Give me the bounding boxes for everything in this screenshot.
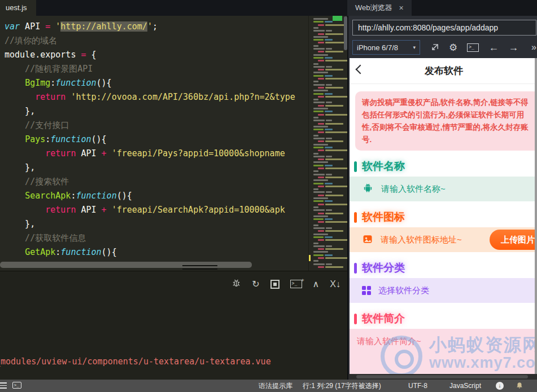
restart-icon[interactable]: ↻ (252, 280, 259, 289)
minimap-cursor-mark (309, 255, 311, 261)
code-line: }, (5, 161, 295, 175)
clear-console-icon[interactable]: X↓ (330, 280, 340, 289)
app-icon-placeholder: 请输入软件图标地址~ (381, 235, 462, 245)
url-input[interactable]: http://ahlly.com:8080/pages/app/addapp (352, 20, 536, 36)
code-line: BgImg:function(){ (5, 76, 295, 90)
console-output-line[interactable]: _modules/uview-ui/components/u-textarea/… (0, 354, 271, 369)
code-line: SearchApk:function(){ (5, 189, 295, 203)
status-bar: >_ 语法提示库 行:1 列:29 (17字符被选择) UTF-8 JavaSc… (0, 380, 537, 392)
code-line: //获取软件信息 (5, 231, 295, 245)
page-header: 发布软件 (350, 58, 537, 84)
device-select-value: iPhone 6/7/8 (357, 43, 398, 52)
category-placeholder: 选择软件分类 (378, 285, 429, 296)
console-panel: ↻ >_+ ∧ X↓ _modules/uview-ui/components/… (0, 271, 347, 380)
more-tools-icon[interactable]: » (531, 42, 535, 52)
code-line: var API = 'http://ahlly.com/'; (5, 20, 295, 34)
preview-vertical-scrollbar[interactable] (535, 58, 537, 374)
app-icon-input[interactable]: 请输入软件图标地址~ 上传图片 (350, 227, 537, 252)
preview-horizontal-scrollbar[interactable] (348, 374, 537, 380)
code-line: }, (5, 217, 295, 231)
editor-minimap[interactable] (308, 16, 348, 271)
section-bar (354, 314, 357, 324)
tab-web-browser-label: Web浏览器 (355, 0, 392, 16)
section-title-intro: 软件简介 (354, 312, 537, 325)
terminal-icon[interactable]: >_ (467, 43, 479, 52)
stop-icon[interactable] (270, 280, 280, 289)
intro-placeholder: 请输入软件简介~ (357, 336, 421, 346)
tab-request-js-label: uest.js (6, 3, 27, 12)
tab-request-js[interactable]: uest.js (0, 0, 36, 16)
intro-textarea[interactable]: 请输入软件简介~ (350, 329, 537, 374)
section-title-icon: 软件图标 (354, 211, 537, 223)
syntax-hint-status[interactable]: 语法提示库 (259, 380, 292, 392)
page-title: 发布软件 (350, 58, 537, 83)
chevron-down-icon: ▾ (413, 45, 416, 50)
section-title-category: 软件分类 (354, 262, 537, 274)
code-line: module.exports = { (5, 48, 295, 62)
code-line: //随机背景图API (5, 62, 295, 76)
app-name-placeholder: 请输入软件名称~ (381, 184, 446, 195)
code-line: GetApk:function(){ (5, 245, 295, 259)
section-bar (354, 212, 357, 223)
section-bar (354, 161, 357, 172)
menu-icon[interactable] (0, 382, 7, 390)
grid-icon (362, 286, 371, 295)
section-title-name: 软件名称 (354, 160, 537, 173)
browser-toolbar: iPhone 6/7/8 ▾ ⚙ >_ ← → » (352, 39, 535, 55)
phone-preview: 发布软件 请勿投稿严重侵权产品,软件名称,简介,链接等不得包括任何形式的引流行为… (350, 58, 537, 374)
code-line: //填你的域名 (5, 34, 295, 48)
category-select[interactable]: 选择软件分类 (350, 278, 537, 303)
back-arrow-icon[interactable]: ← (488, 42, 499, 54)
device-select[interactable]: iPhone 6/7/8 ▾ (352, 40, 420, 55)
hbuilderx-window: uest.js Web浏览器 × var API = 'http://ahlly… (0, 0, 537, 392)
update-icon[interactable]: ↓ (496, 382, 504, 390)
code-line: Pays:function(){ (5, 133, 295, 147)
bell-icon[interactable] (516, 381, 523, 392)
code-lines: var API = 'http://ahlly.com/';//填你的域名mod… (5, 20, 295, 259)
web-browser-panel: http://ahlly.com:8080/pages/app/addapp i… (347, 16, 537, 380)
notice-banner: 请勿投稿严重侵权产品,软件名称,简介,链接等不得包括任何形式的引流行为,必须保证… (355, 91, 537, 151)
code-line: //搜索软件 (5, 175, 295, 189)
console-toolbar: ↻ >_+ ∧ X↓ (232, 278, 340, 290)
new-terminal-icon[interactable]: >_+ (290, 280, 302, 288)
close-icon[interactable]: × (399, 0, 404, 16)
code-line: return API + 'freeapi/SearchApk?appid=10… (5, 203, 295, 217)
upload-image-button[interactable]: 上传图片 (490, 230, 537, 250)
debug-bug-icon[interactable] (232, 278, 241, 290)
code-line: //支付接口 (5, 118, 295, 133)
gear-icon[interactable]: ⚙ (449, 42, 457, 54)
splitter-handle[interactable] (182, 263, 217, 270)
collapse-panel-icon[interactable]: ∧ (313, 280, 320, 289)
forward-arrow-icon[interactable]: → (508, 42, 518, 54)
code-line: return 'http://ovooa.com/API/360bz/api.p… (5, 90, 295, 104)
tab-bar: uest.js Web浏览器 × (0, 0, 537, 16)
section-bar (354, 263, 357, 274)
minimap-selection-marker (333, 16, 342, 21)
open-external-icon[interactable] (430, 43, 439, 52)
code-line: }, (5, 104, 295, 118)
android-icon (362, 182, 374, 196)
code-line: return API + 'freeapi/Pays?appid=10000&s… (5, 147, 295, 161)
language-status[interactable]: JavaScript (449, 380, 481, 392)
app-name-input[interactable]: 请输入软件名称~ (350, 177, 537, 201)
cursor-position-status[interactable]: 行:1 列:29 (17字符被选择) (303, 380, 381, 392)
code-editor[interactable]: var API = 'http://ahlly.com/';//填你的域名mod… (0, 16, 308, 271)
terminal-status-icon[interactable]: >_ (12, 382, 21, 389)
image-icon (362, 234, 373, 246)
tab-web-browser[interactable]: Web浏览器 × (347, 0, 412, 16)
encoding-status[interactable]: UTF-8 (408, 380, 427, 392)
